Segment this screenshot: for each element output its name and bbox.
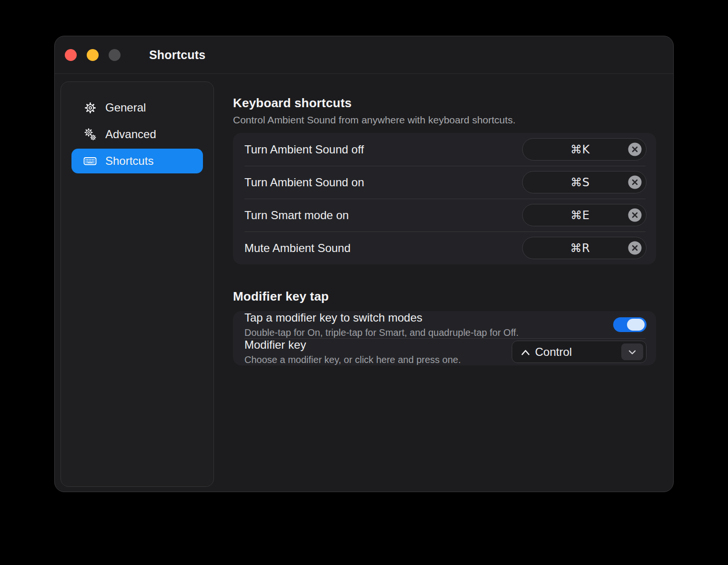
sidebar-item-general[interactable]: General: [71, 95, 203, 120]
traffic-lights: [65, 49, 121, 61]
shortcut-recorder[interactable]: ⌘S: [522, 171, 647, 193]
toggle-row-label: Tap a modifier key to switch modes: [244, 311, 613, 324]
clear-shortcut-button[interactable]: [628, 175, 642, 189]
modifier-key-description: Choose a modifier key, or click here and…: [244, 354, 512, 365]
keyboard-shortcuts-description: Control Ambient Sound from anywhere with…: [233, 114, 656, 126]
modifier-tap-toggle[interactable]: [613, 317, 647, 332]
shortcut-row-label: Turn Ambient Sound on: [244, 176, 522, 189]
x-circle-icon: [628, 142, 642, 156]
modifier-key-tap-heading: Modifier key tap: [233, 289, 656, 304]
modifier-key-value: Control: [535, 345, 621, 359]
shortcut-row-label: Mute Ambient Sound: [244, 242, 522, 255]
shortcut-value: ⌘K: [532, 143, 628, 156]
shortcut-recorder[interactable]: ⌘E: [522, 204, 647, 226]
shortcut-recorder[interactable]: ⌘R: [522, 237, 647, 259]
modifier-key-tap-group: Tap a modifier key to switch modes Doubl…: [233, 311, 656, 365]
sidebar-item-advanced[interactable]: Advanced: [71, 122, 203, 147]
sidebar-item-label: General: [105, 101, 146, 114]
gear-icon: [83, 101, 97, 115]
keyboard-shortcuts-group: Turn Ambient Sound off ⌘K Turn Ambient S…: [233, 133, 656, 264]
x-circle-icon: [628, 175, 642, 189]
modifier-tap-toggle-row: Tap a modifier key to switch modes Doubl…: [233, 311, 656, 338]
shortcut-row-label: Turn Ambient Sound off: [244, 143, 522, 156]
sidebar-item-shortcuts[interactable]: Shortcuts: [71, 149, 203, 173]
sidebar-item-label: Advanced: [105, 128, 156, 141]
shortcut-recorder[interactable]: ⌘K: [522, 138, 647, 161]
titlebar: Shortcuts: [55, 36, 673, 74]
close-window-button[interactable]: [65, 49, 77, 61]
shortcut-row-smart-mode: Turn Smart mode on ⌘E: [233, 199, 656, 232]
shortcut-row-ambient-on: Turn Ambient Sound on ⌘S: [233, 166, 656, 199]
x-circle-icon: [628, 208, 642, 222]
main-pane: Keyboard shortcuts Control Ambient Sound…: [233, 81, 656, 485]
gears-icon: [83, 127, 97, 141]
control-symbol-icon: [520, 349, 531, 356]
shortcut-row-mute: Mute Ambient Sound ⌘R: [233, 232, 656, 264]
sidebar-item-label: Shortcuts: [105, 154, 153, 168]
keyboard-icon: [83, 154, 97, 168]
modifier-key-label: Modifier key: [244, 338, 512, 352]
shortcut-row-ambient-off: Turn Ambient Sound off ⌘K: [233, 133, 656, 166]
window-content: General: [55, 74, 673, 491]
dropdown-chevron-button[interactable]: [621, 343, 643, 360]
chevron-down-icon: [628, 349, 637, 355]
clear-shortcut-button[interactable]: [628, 142, 642, 156]
modifier-key-dropdown[interactable]: Control: [512, 341, 647, 363]
sidebar: General: [61, 81, 214, 487]
shortcut-value: ⌘S: [532, 176, 628, 189]
shortcut-value: ⌘R: [532, 242, 628, 255]
toggle-knob: [627, 319, 645, 331]
fullscreen-window-button[interactable]: [109, 49, 121, 61]
keyboard-shortcuts-heading: Keyboard shortcuts: [233, 96, 656, 111]
minimize-window-button[interactable]: [87, 49, 99, 61]
x-circle-icon: [628, 241, 642, 255]
window-title: Shortcuts: [149, 48, 205, 62]
toggle-row-description: Double-tap for On, triple-tap for Smart,…: [244, 327, 613, 338]
shortcut-row-label: Turn Smart mode on: [244, 209, 522, 222]
clear-shortcut-button[interactable]: [628, 241, 642, 255]
clear-shortcut-button[interactable]: [628, 208, 642, 222]
settings-window: Shortcuts: [54, 36, 674, 492]
modifier-key-row: Modifier key Choose a modifier key, or c…: [233, 338, 656, 365]
shortcut-value: ⌘E: [532, 209, 628, 222]
